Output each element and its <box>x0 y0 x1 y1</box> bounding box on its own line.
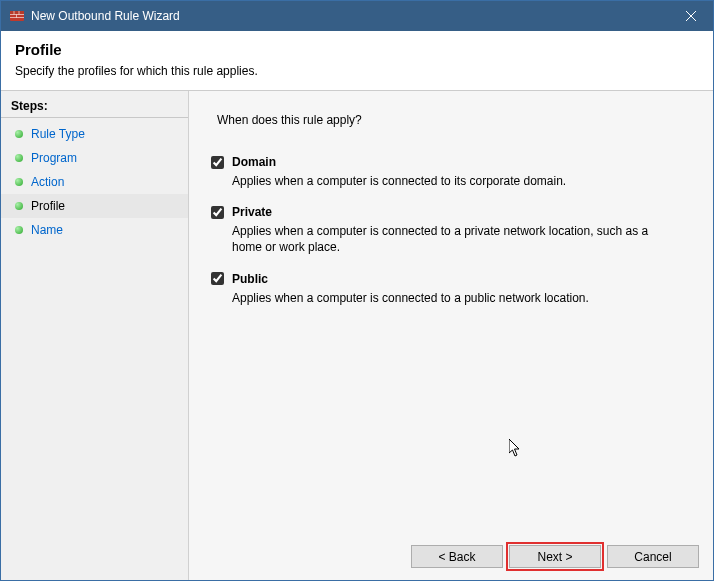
step-rule-type[interactable]: Rule Type <box>1 122 188 146</box>
steps-list: Rule Type Program Action Profile Name <box>1 122 188 242</box>
step-label: Action <box>31 175 64 189</box>
back-button[interactable]: < Back <box>411 545 503 568</box>
wizard-window: New Outbound Rule Wizard Profile Specify… <box>0 0 714 581</box>
bullet-icon <box>15 202 23 210</box>
desc-private: Applies when a computer is connected to … <box>232 223 662 255</box>
page-subheading: Specify the profiles for which this rule… <box>15 64 699 78</box>
close-icon <box>686 11 696 21</box>
bullet-icon <box>15 178 23 186</box>
firewall-icon <box>9 8 25 24</box>
cursor-icon <box>509 439 525 459</box>
steps-sidebar: Steps: Rule Type Program Action Profile <box>1 91 189 580</box>
step-profile[interactable]: Profile <box>1 194 188 218</box>
titlebar: New Outbound Rule Wizard <box>1 1 713 31</box>
window-title: New Outbound Rule Wizard <box>31 9 668 23</box>
option-private: Private Applies when a computer is conne… <box>211 205 695 255</box>
label-domain: Domain <box>232 155 276 169</box>
option-domain: Domain Applies when a computer is connec… <box>211 155 695 189</box>
step-action[interactable]: Action <box>1 170 188 194</box>
desc-public: Applies when a computer is connected to … <box>232 290 662 306</box>
bullet-icon <box>15 226 23 234</box>
cancel-button[interactable]: Cancel <box>607 545 699 568</box>
desc-domain: Applies when a computer is connected to … <box>232 173 662 189</box>
steps-title: Steps: <box>1 97 188 118</box>
step-label: Profile <box>31 199 65 213</box>
option-public: Public Applies when a computer is connec… <box>211 272 695 306</box>
step-label: Rule Type <box>31 127 85 141</box>
step-label: Name <box>31 223 63 237</box>
close-button[interactable] <box>668 1 713 31</box>
bullet-icon <box>15 130 23 138</box>
label-private: Private <box>232 205 272 219</box>
checkbox-public[interactable] <box>211 272 224 285</box>
wizard-body: Steps: Rule Type Program Action Profile <box>1 91 713 580</box>
bullet-icon <box>15 154 23 162</box>
prompt-text: When does this rule apply? <box>217 113 695 127</box>
step-program[interactable]: Program <box>1 146 188 170</box>
wizard-header: Profile Specify the profiles for which t… <box>1 31 713 91</box>
button-row: < Back Next > Cancel <box>411 545 699 568</box>
svg-rect-1 <box>10 11 24 14</box>
step-name[interactable]: Name <box>1 218 188 242</box>
step-label: Program <box>31 151 77 165</box>
checkbox-domain[interactable] <box>211 156 224 169</box>
next-button[interactable]: Next > <box>509 545 601 568</box>
page-heading: Profile <box>15 41 699 58</box>
label-public: Public <box>232 272 268 286</box>
main-panel: When does this rule apply? Domain Applie… <box>189 91 713 580</box>
checkbox-private[interactable] <box>211 206 224 219</box>
